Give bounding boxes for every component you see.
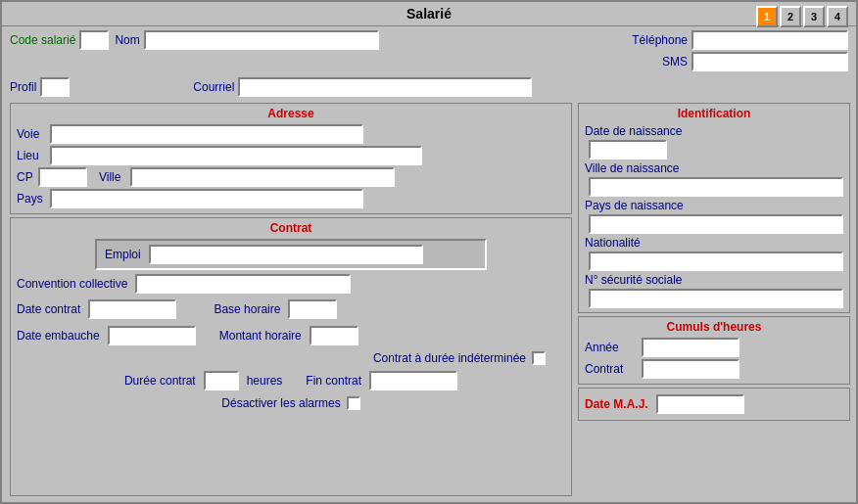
pays-label: Pays [17, 192, 46, 206]
date-naissance-input[interactable] [589, 140, 667, 160]
pays-naissance-row: Pays de naissance [585, 199, 843, 212]
voie-label: Voie [17, 127, 46, 141]
convention-input[interactable] [135, 274, 351, 294]
courriel-input[interactable] [238, 77, 532, 97]
nationalite-row: Nationalité [585, 236, 843, 250]
cdi-label: Contrat à durée indéterminée [373, 351, 526, 365]
desactiver-alarmes-checkbox[interactable] [347, 396, 360, 410]
window-title: Salarié [406, 6, 452, 22]
cdi-checkbox[interactable] [532, 351, 546, 365]
emploi-box: Emploi [95, 239, 487, 270]
contrat-section-title: Contrat [17, 221, 565, 235]
base-horaire-row: Base horaire [214, 299, 337, 319]
voie-input[interactable] [50, 124, 363, 144]
ville-naissance-input[interactable] [589, 177, 843, 197]
contrat-row: Contrat [585, 359, 843, 379]
securite-sociale-label: N° sécurité sociale [585, 273, 683, 287]
tab-3[interactable]: 3 [803, 6, 825, 27]
pays-input[interactable] [50, 189, 363, 208]
base-horaire-label: Base horaire [214, 302, 280, 316]
heures-label: heures [247, 374, 283, 388]
telephone-input[interactable] [691, 30, 848, 50]
fin-contrat-row: Fin contrat [306, 371, 457, 390]
annee-input[interactable] [642, 338, 739, 357]
main-window: Salarié 1 2 3 4 Code salarié Nom Télépho… [0, 0, 858, 504]
pays-naissance-label: Pays de naissance [585, 199, 684, 212]
telephone-label: Téléphone [632, 33, 688, 47]
date-maj-label: Date M.A.J. [585, 397, 648, 411]
base-horaire-input[interactable] [288, 299, 337, 319]
identification-section-title: Identification [585, 107, 843, 120]
date-maj-row: Date M.A.J. [585, 394, 843, 414]
ville-label: Ville [99, 170, 126, 184]
date-naissance-label: Date de naissance [585, 124, 682, 138]
contrat-cumuls-label: Contrat [585, 362, 634, 376]
date-naissance-row: Date de naissance [585, 124, 843, 138]
voie-row: Voie [17, 124, 565, 144]
profil-label: Profil [10, 80, 36, 94]
montant-horaire-row: Montant horaire [219, 326, 358, 345]
fin-contrat-label: Fin contrat [306, 374, 361, 388]
tab-1[interactable]: 1 [756, 6, 778, 27]
lieu-label: Lieu [17, 149, 46, 162]
ville-input[interactable] [130, 167, 395, 187]
securite-sociale-row: N° sécurité sociale [585, 273, 843, 287]
emploi-label: Emploi [105, 248, 141, 261]
cp-input[interactable] [38, 167, 87, 187]
sms-label: SMS [662, 55, 688, 69]
nationalite-label: Nationalité [585, 236, 641, 250]
date-embauche-label: Date embauche [17, 329, 100, 343]
pays-naissance-input[interactable] [589, 214, 843, 234]
cp-label: CP [17, 170, 34, 184]
lieu-row: Lieu [17, 146, 565, 165]
cumuls-section-title: Cumuls d'heures [585, 320, 843, 334]
date-contrat-row: Date contrat [17, 299, 176, 319]
nom-input[interactable] [144, 30, 379, 50]
ville-naissance-row: Ville de naissance [585, 161, 843, 175]
pays-row: Pays [17, 189, 565, 208]
tab-4[interactable]: 4 [827, 6, 848, 27]
profil-input[interactable] [40, 77, 70, 97]
annee-row: Année [585, 338, 843, 357]
title-bar: Salarié 1 2 3 4 [2, 2, 856, 26]
date-embauche-input[interactable] [108, 326, 196, 345]
lieu-input[interactable] [50, 146, 422, 165]
code-salarie-input[interactable] [79, 30, 109, 50]
contrat-cumuls-input[interactable] [642, 359, 739, 379]
adresse-section-title: Adresse [17, 107, 565, 120]
emploi-input[interactable] [149, 245, 423, 264]
courriel-label: Courriel [193, 80, 234, 94]
fin-contrat-input[interactable] [369, 371, 457, 390]
cp-row: CP Ville [17, 167, 565, 187]
date-embauche-row: Date embauche [17, 326, 196, 345]
duree-contrat-row: Durée contrat heures [124, 371, 282, 390]
tab-2[interactable]: 2 [780, 6, 801, 27]
duree-contrat-input[interactable] [204, 371, 239, 390]
nom-label: Nom [115, 33, 139, 47]
desactiver-alarmes-label: Désactiver les alarmes [221, 396, 340, 410]
ville-naissance-label: Ville de naissance [585, 161, 680, 175]
securite-sociale-input[interactable] [589, 289, 843, 308]
annee-label: Année [585, 341, 634, 354]
tab-buttons: 1 2 3 4 [756, 6, 848, 27]
nationalite-input[interactable] [589, 252, 843, 271]
montant-horaire-input[interactable] [310, 326, 358, 345]
montant-horaire-label: Montant horaire [219, 329, 302, 343]
date-contrat-input[interactable] [88, 299, 176, 319]
date-contrat-label: Date contrat [17, 302, 80, 316]
convention-row: Convention collective [17, 274, 565, 294]
duree-contrat-label: Durée contrat [124, 374, 196, 388]
code-salarie-label: Code salarié [10, 33, 75, 47]
sms-input[interactable] [691, 52, 848, 71]
convention-label: Convention collective [17, 277, 127, 291]
date-maj-input[interactable] [656, 394, 744, 414]
